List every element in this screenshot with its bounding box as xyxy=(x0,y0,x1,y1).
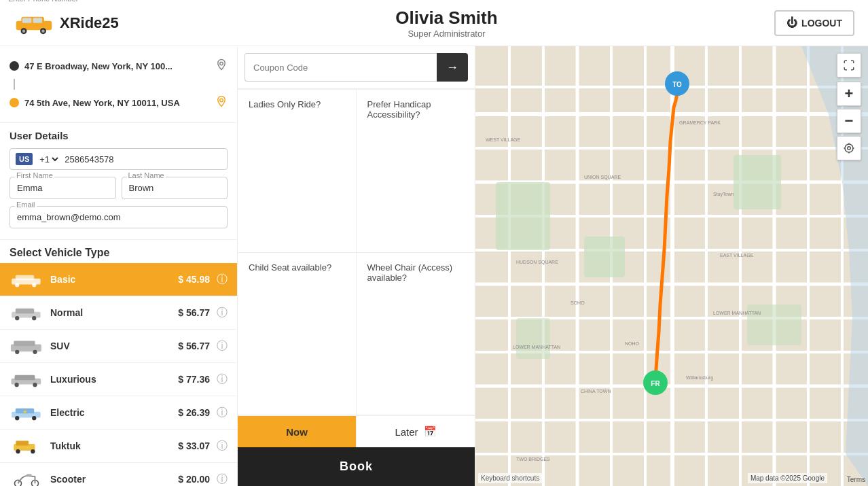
vehicle-info-normal[interactable]: ⓘ xyxy=(217,307,228,318)
from-dot xyxy=(10,61,19,71)
svg-text:SOHO: SOHO xyxy=(571,300,585,305)
arrow-right-icon: → xyxy=(446,60,458,75)
vehicle-item-suv[interactable]: SUV $ 56.77 ⓘ xyxy=(0,330,237,363)
svg-text:UNION SQUARE: UNION SQUARE xyxy=(584,175,621,180)
vehicle-section-title: Select Vehicle Type xyxy=(0,240,237,263)
vehicle-list: Basic $ 45.98 ⓘ Normal $ 56.77 ⓘ SUV $ 5… xyxy=(0,263,237,486)
timing-section: Now Later 📅 xyxy=(238,415,475,447)
child-seat-option[interactable]: Child Seat available? xyxy=(238,253,357,416)
last-name-input[interactable] xyxy=(122,177,228,199)
svg-text:LOWER MANHATTAN: LOWER MANHATTAN xyxy=(513,345,560,349)
phone-number-input[interactable] xyxy=(65,154,221,164)
wheelchair-option[interactable]: Wheel Chair (Access) available? xyxy=(357,253,475,416)
map-keyboard-shortcuts[interactable]: Keyboard shortcuts xyxy=(478,473,542,483)
svg-point-20 xyxy=(15,350,19,354)
from-location-input[interactable] xyxy=(24,61,210,71)
vehicle-price-normal: $ 56.77 xyxy=(178,307,210,318)
vehicle-item-electric[interactable]: ⚡ Electric $ 26.39 ⓘ xyxy=(0,396,237,430)
vehicle-item-scooter[interactable]: Scooter $ 20.00 ⓘ xyxy=(0,463,237,486)
vehicle-item-basic[interactable]: Basic $ 45.98 ⓘ xyxy=(0,263,237,296)
svg-point-24 xyxy=(15,383,19,387)
svg-text:TO: TO xyxy=(672,81,682,88)
vehicle-info-scooter[interactable]: ⓘ xyxy=(217,474,228,485)
ladies-only-option[interactable]: Ladies Only Ride? xyxy=(238,90,357,253)
svg-text:GRAMERCY PARK: GRAMERCY PARK xyxy=(679,120,721,125)
handicap-option[interactable]: Prefer Handicap Accessibility? xyxy=(357,90,475,253)
calendar-icon: 📅 xyxy=(424,426,437,438)
logout-button[interactable]: ⏻ LOGOUT xyxy=(774,10,854,36)
dial-code-select[interactable]: +1 xyxy=(37,154,60,165)
map-terms[interactable]: Terms xyxy=(847,476,865,483)
svg-text:StuyTown: StuyTown xyxy=(713,192,734,197)
svg-rect-15 xyxy=(16,309,35,314)
last-name-group: Last Name xyxy=(122,177,228,199)
svg-text:Williamsburg: Williamsburg xyxy=(686,375,713,381)
svg-point-29 xyxy=(32,416,36,420)
vehicle-info-tuktuk[interactable]: ⓘ xyxy=(217,440,228,451)
email-label: Email xyxy=(15,201,37,209)
logo-car-icon xyxy=(14,10,54,37)
svg-text:NOHO: NOHO xyxy=(625,341,640,346)
timing-later-button[interactable]: Later 📅 xyxy=(356,416,475,447)
to-location-input[interactable] xyxy=(24,98,210,108)
vehicle-item-tuktuk[interactable]: Tuktuk $ 33.07 ⓘ xyxy=(0,430,237,463)
country-flag: US xyxy=(16,153,33,165)
svg-text:WEST VILLAGE: WEST VILLAGE xyxy=(486,137,521,142)
vehicle-icon-luxurious xyxy=(10,370,43,389)
vehicle-icon-scooter xyxy=(10,470,43,486)
map-locate-button[interactable] xyxy=(837,136,861,160)
coupon-input[interactable] xyxy=(245,53,437,82)
svg-point-8 xyxy=(220,62,223,65)
vehicle-price-basic: $ 45.98 xyxy=(178,274,210,285)
vehicle-price-scooter: $ 20.00 xyxy=(178,474,210,485)
svg-rect-65 xyxy=(516,318,550,359)
svg-rect-11 xyxy=(16,275,35,281)
vehicle-icon-basic xyxy=(10,270,43,289)
coupon-submit-button[interactable]: → xyxy=(437,53,468,82)
email-input[interactable] xyxy=(10,206,228,228)
svg-point-33 xyxy=(16,449,20,453)
vehicle-icon-normal xyxy=(10,303,43,322)
map-zoom-out-button[interactable]: − xyxy=(837,109,861,133)
svg-point-34 xyxy=(31,449,35,453)
map-fullscreen-button[interactable] xyxy=(837,53,861,77)
vehicle-price-suv: $ 56.77 xyxy=(178,341,210,351)
from-location-row xyxy=(10,54,228,77)
vehicle-name-suv: SUV xyxy=(50,341,171,351)
vehicle-item-normal[interactable]: Normal $ 56.77 ⓘ xyxy=(0,296,237,330)
svg-rect-23 xyxy=(15,375,35,381)
svg-text:CHINA TOWN: CHINA TOWN xyxy=(581,389,611,394)
svg-text:⚡: ⚡ xyxy=(22,409,28,415)
map-attribution: Map data ©2025 Google xyxy=(748,473,827,483)
vehicle-info-luxurious[interactable]: ⓘ xyxy=(217,374,228,385)
first-name-input[interactable] xyxy=(10,177,116,199)
svg-point-85 xyxy=(845,144,853,152)
timing-now-button[interactable]: Now xyxy=(238,416,356,447)
first-name-group: First Name xyxy=(10,177,116,199)
middle-panel: → Ladies Only Ride? Prefer Handicap Acce… xyxy=(238,46,475,486)
svg-point-5 xyxy=(41,29,45,33)
map-area: FR TO WEST VILLAGE UNION SQUARE HUDSON S… xyxy=(475,46,868,486)
svg-rect-6 xyxy=(22,18,32,23)
vehicle-info-electric[interactable]: ⓘ xyxy=(217,407,228,418)
vehicle-info-suv[interactable]: ⓘ xyxy=(217,341,228,351)
book-button[interactable]: Book xyxy=(238,447,475,486)
vehicle-section: Select Vehicle Type Basic $ 45.98 ⓘ Norm… xyxy=(0,240,237,486)
first-name-label: First Name xyxy=(15,171,54,179)
to-location-row xyxy=(10,91,228,114)
from-pin-button[interactable] xyxy=(215,58,228,73)
vehicle-item-luxurious[interactable]: Luxurious $ 77.36 ⓘ xyxy=(0,363,237,396)
to-pin-button[interactable] xyxy=(215,95,228,110)
svg-point-17 xyxy=(32,316,36,320)
vehicle-info-basic[interactable]: ⓘ xyxy=(217,274,228,285)
svg-text:EAST VILLAGE: EAST VILLAGE xyxy=(720,253,754,258)
map-zoom-in-button[interactable]: + xyxy=(837,82,861,106)
svg-point-9 xyxy=(220,99,223,102)
svg-text:LOWER MANHATTAN: LOWER MANHATTAN xyxy=(713,311,761,315)
svg-point-13 xyxy=(32,283,36,287)
name-row: First Name Last Name xyxy=(10,177,228,199)
left-panel: User Details Enter Phone Number US +1 Fi… xyxy=(0,46,238,486)
email-group: Email xyxy=(10,206,228,228)
svg-point-16 xyxy=(15,316,19,320)
map-background: FR TO WEST VILLAGE UNION SQUARE HUDSON S… xyxy=(475,46,868,486)
